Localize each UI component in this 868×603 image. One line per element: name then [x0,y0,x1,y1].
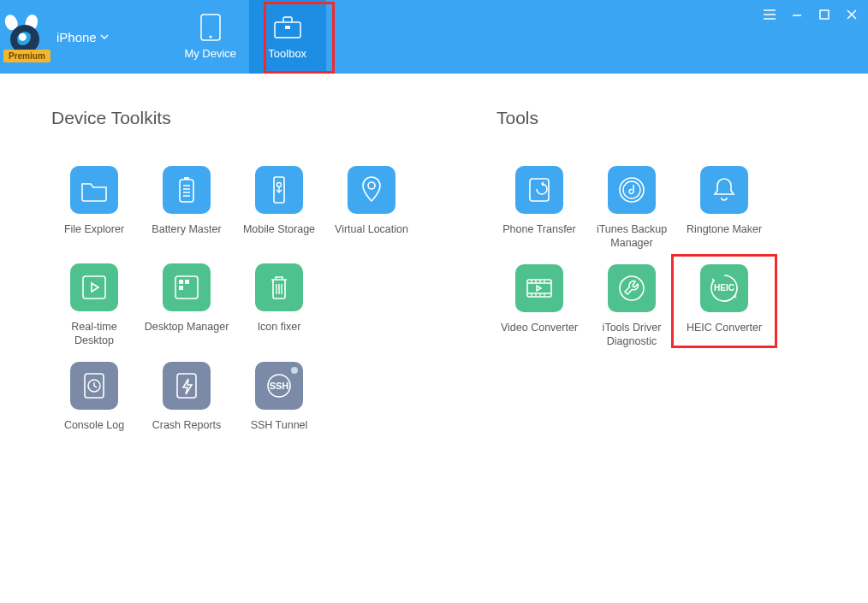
clock-file-icon [70,362,118,410]
tool-label: File Explorer [64,222,124,250]
tool-ssh-tunnel[interactable]: SSH SSH Tunnel [236,362,322,446]
tool-label: iTools Driver Diagnostic [589,321,675,349]
section-title: Tools [496,108,805,128]
tool-virtual-location[interactable]: Virtual Location [329,166,414,250]
folder-icon [70,166,118,214]
tool-label: SSH Tunnel [251,418,308,446]
tool-label: Ringtone Maker [687,222,762,250]
tool-desktop-manager[interactable]: Desktop Manager [144,263,229,348]
header-nav: My Device Toolbox [172,0,326,74]
main-content: Device Toolkits File Explorer Battery Ma… [0,74,868,446]
heic-text: HEIC [714,283,734,293]
tool-label: HEIC Converter [687,321,762,348]
maximize-icon[interactable] [817,7,832,22]
svg-rect-10 [83,276,105,299]
apps-grid-icon [163,263,211,311]
tab-my-device[interactable]: My Device [172,0,249,74]
tool-label: Mobile Storage [243,222,315,250]
tool-crash-reports[interactable]: Crash Reports [144,362,229,446]
tool-label: Battery Master [152,222,221,250]
section-title: Device Toolkits [51,108,419,128]
tool-video-converter[interactable]: Video Converter [496,264,582,349]
svg-rect-13 [185,280,189,284]
ssh-text: SSH [270,381,289,391]
device-label: iPhone [56,30,97,44]
app-logo: Premium [5,16,46,57]
tool-label: Real-time Desktop [51,320,137,348]
tool-icon-fixer[interactable]: Icon fixer [236,263,322,348]
bell-icon [700,166,748,214]
svg-point-8 [277,183,282,187]
section-tools: Tools Phone Transfer iTunes Backup Manag… [496,108,805,446]
svg-point-9 [368,182,375,189]
svg-point-23 [620,276,644,300]
tool-phone-transfer[interactable]: Phone Transfer [496,166,582,251]
tool-heic-converter[interactable]: HEIC HEIC Converter [681,264,767,348]
device-toolkits-grid: File Explorer Battery Master Mobile Stor… [51,166,419,446]
premium-badge: Premium [3,50,51,62]
svg-rect-6 [184,177,189,180]
tool-console-log[interactable]: Console Log [51,362,137,446]
logo-area: Premium iPhone [0,0,121,74]
tab-label: Toolbox [268,47,306,60]
tool-mobile-storage[interactable]: Mobile Storage [236,166,322,250]
tool-itunes-backup[interactable]: iTunes Backup Manager [589,166,675,251]
menu-icon[interactable] [762,7,777,22]
svg-point-1 [209,35,211,38]
wrench-icon [608,264,656,312]
film-icon [515,264,563,312]
tool-ringtone-maker[interactable]: Ringtone Maker [681,166,767,251]
usb-icon [255,166,303,214]
heic-icon: HEIC [700,264,748,312]
svg-rect-22 [527,280,551,297]
bolt-file-icon [163,362,211,410]
tablet-icon [199,15,222,40]
chevron-down-icon [100,33,109,40]
location-pin-icon [348,166,395,214]
phone-transfer-icon [515,166,563,214]
music-note-icon [608,166,656,214]
svg-rect-2 [275,22,300,38]
device-dropdown[interactable]: iPhone [56,30,109,44]
tool-label: Icon fixer [258,320,301,347]
tool-realtime-desktop[interactable]: Real-time Desktop [51,263,137,348]
window-controls [762,7,859,22]
tool-driver-diagnostic[interactable]: iTools Driver Diagnostic [589,264,675,349]
svg-rect-4 [820,10,829,19]
close-icon[interactable] [844,7,859,22]
play-icon [70,263,118,311]
tool-label: Virtual Location [335,222,408,250]
tab-label: My Device [184,47,236,60]
tab-toolbox[interactable]: Toolbox [249,0,326,74]
tool-label: iTunes Backup Manager [589,222,675,251]
tool-file-explorer[interactable]: File Explorer [51,166,137,250]
toolbox-icon [273,15,302,40]
tool-battery-master[interactable]: Battery Master [144,166,229,250]
tool-label: Console Log [64,418,124,446]
status-dot [291,367,298,374]
ssh-icon: SSH [255,362,303,410]
svg-rect-11 [175,276,198,299]
trash-icon [255,263,303,311]
svg-rect-5 [180,180,193,202]
svg-rect-3 [285,26,290,29]
app-header: Premium iPhone My Device Toolbox [0,0,868,74]
section-device-toolkits: Device Toolkits File Explorer Battery Ma… [51,108,419,446]
tool-label: Video Converter [501,321,578,348]
tool-label: Crash Reports [152,418,222,446]
tool-label: Phone Transfer [502,222,575,250]
minimize-icon[interactable] [789,7,805,22]
tools-grid: Phone Transfer iTunes Backup Manager Rin… [496,166,805,348]
svg-rect-12 [179,280,183,284]
svg-rect-19 [530,179,549,201]
tool-label: Desktop Manager [145,320,229,347]
svg-rect-14 [179,286,183,290]
battery-icon [163,166,211,214]
